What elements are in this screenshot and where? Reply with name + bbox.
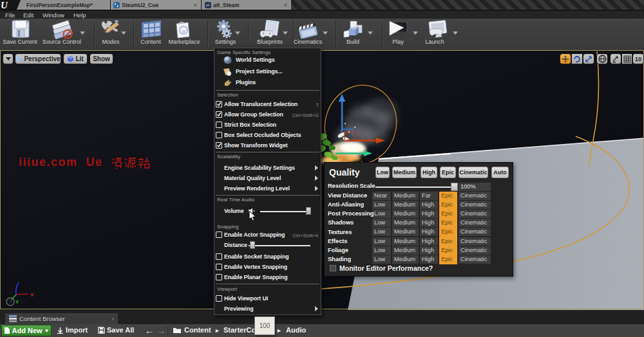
svg-text:?: ? — [9, 299, 12, 305]
svg-text:Y: Y — [15, 299, 19, 305]
svg-text:u: u — [182, 28, 185, 34]
svg-text:X: X — [30, 292, 34, 298]
